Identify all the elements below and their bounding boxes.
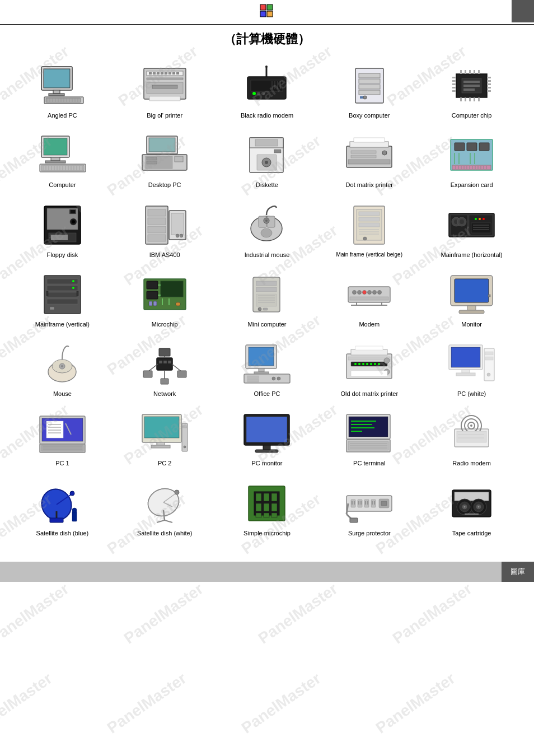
list-item[interactable]: PC (white)	[420, 336, 523, 405]
list-item[interactable]: Industrial mouse	[216, 197, 318, 267]
list-item[interactable]: Monitor	[420, 267, 523, 336]
svg-rect-235	[467, 306, 476, 310]
svg-rect-306	[246, 417, 287, 442]
svg-rect-328	[457, 431, 486, 442]
icon-label: Mainframe (horizontal)	[441, 251, 503, 259]
list-item[interactable]: Tape cartridge	[420, 475, 523, 545]
svg-point-151	[72, 220, 75, 223]
list-item[interactable]: Computer	[11, 127, 114, 197]
list-item[interactable]: Black radio modem	[216, 58, 318, 127]
list-item[interactable]: Network	[114, 336, 216, 405]
list-item[interactable]: Computer chip	[420, 58, 523, 127]
monitor-icon	[444, 272, 500, 317]
svg-rect-49	[359, 79, 380, 83]
svg-rect-153	[148, 209, 166, 216]
svg-rect-295	[41, 445, 83, 451]
svg-rect-55	[452, 77, 456, 78]
svg-rect-193	[47, 292, 78, 297]
svg-rect-356	[264, 513, 269, 517]
svg-rect-350	[264, 493, 269, 501]
svg-rect-307	[263, 445, 270, 450]
svg-rect-264	[351, 349, 387, 355]
svg-rect-71	[465, 97, 466, 101]
list-item[interactable]: Diskette	[216, 127, 318, 197]
page-title: （計算機硬體）	[0, 25, 534, 52]
svg-rect-2	[260, 11, 266, 17]
pc-terminal-icon	[341, 411, 397, 456]
pc1-icon	[34, 411, 90, 456]
list-item[interactable]: Satellite dish (blue)	[11, 475, 114, 545]
list-item[interactable]: Microchip	[114, 267, 216, 336]
list-item[interactable]: Office PC	[216, 336, 318, 405]
list-item[interactable]: Mainframe (vertical)	[11, 267, 114, 336]
dot-matrix-printer-icon	[341, 133, 397, 178]
svg-point-184	[479, 218, 481, 220]
svg-rect-65	[460, 70, 462, 74]
svg-rect-243	[159, 361, 162, 363]
svg-rect-58	[452, 87, 456, 88]
list-item[interactable]: PC monitor	[216, 405, 318, 475]
svg-point-219	[258, 307, 261, 311]
svg-rect-116	[354, 138, 385, 142]
icon-label: Main frame (vertical beige)	[336, 251, 402, 258]
svg-rect-255	[249, 347, 274, 366]
list-item[interactable]: Main frame (vertical beige)	[318, 197, 420, 267]
list-item[interactable]: Radio modem	[420, 405, 523, 475]
list-item[interactable]: Surge protector	[318, 475, 420, 545]
svg-rect-251	[161, 379, 168, 384]
svg-point-185	[483, 218, 485, 220]
svg-rect-0	[260, 4, 266, 10]
list-item[interactable]: Floppy disk	[11, 197, 114, 267]
icon-label: Monitor	[461, 320, 482, 328]
list-item[interactable]: Mouse	[11, 336, 114, 405]
svg-rect-198	[46, 291, 48, 296]
list-item[interactable]: IBM AS400	[114, 197, 216, 267]
footer: 圖庫	[0, 562, 534, 582]
svg-rect-354	[271, 503, 277, 511]
list-item[interactable]: Modem	[318, 267, 420, 336]
list-item[interactable]: Mainframe (horizontal)	[420, 197, 523, 267]
icon-label: Mini computer	[247, 320, 286, 328]
svg-rect-106	[149, 138, 175, 152]
svg-rect-377	[455, 492, 489, 501]
icon-label: Surge protector	[348, 529, 391, 537]
computer-icon	[34, 133, 90, 178]
icon-grid: Angled PC	[0, 52, 534, 556]
svg-rect-119	[351, 155, 376, 158]
svg-rect-265	[355, 346, 383, 350]
list-item[interactable]: Big ol' printer	[114, 58, 216, 127]
icon-label: Satellite dish (white)	[137, 529, 192, 537]
list-item[interactable]: Expansion card	[420, 127, 523, 197]
list-item[interactable]: Angled PC	[11, 58, 114, 127]
svg-rect-81	[51, 157, 60, 161]
svg-rect-35	[149, 96, 180, 101]
svg-rect-28	[165, 72, 167, 74]
list-item[interactable]: Dot matrix printer	[318, 127, 420, 197]
industrial-mouse-icon	[239, 203, 295, 248]
svg-point-273	[374, 363, 376, 365]
desktop-pc-icon	[137, 133, 193, 178]
list-item[interactable]: Simple microchip	[216, 475, 318, 545]
icon-label: Office PC	[254, 390, 280, 398]
svg-rect-78	[463, 88, 475, 91]
list-item[interactable]: PC terminal	[318, 405, 420, 475]
list-item[interactable]: Desktop PC	[114, 127, 216, 197]
list-item[interactable]: Mini computer	[216, 267, 318, 336]
pc-white-icon	[444, 342, 500, 386]
svg-rect-76	[463, 81, 480, 83]
list-item[interactable]: PC 2	[114, 405, 216, 475]
svg-rect-220	[263, 308, 268, 310]
svg-rect-202	[147, 291, 158, 299]
gallery-button[interactable]: 圖庫	[502, 562, 534, 582]
list-item[interactable]: Satellite dish (white)	[114, 475, 216, 545]
icon-label: PC 1	[55, 459, 69, 467]
list-item[interactable]: Boxy computer	[318, 58, 420, 127]
svg-rect-77	[463, 85, 480, 87]
list-item[interactable]: PC 1	[11, 405, 114, 475]
svg-rect-154	[148, 218, 166, 225]
list-item[interactable]: Old dot matrix printer	[318, 336, 420, 405]
svg-point-226	[373, 290, 377, 294]
svg-rect-250	[177, 371, 186, 377]
svg-rect-57	[452, 83, 456, 85]
svg-rect-213	[256, 287, 277, 292]
